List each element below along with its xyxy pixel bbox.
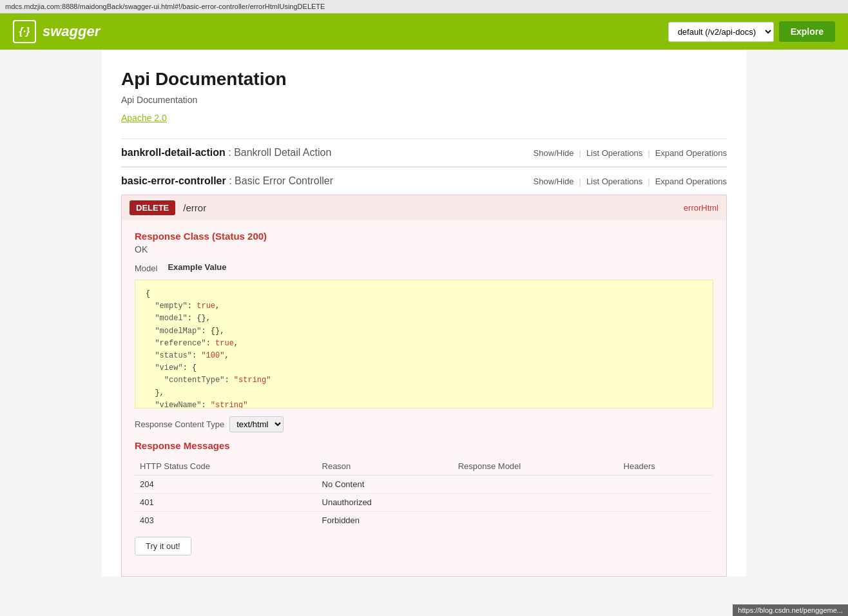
operation-header[interactable]: DELETE /error errorHtml: [122, 195, 726, 220]
url-text: mdcs.mdzjia.com:8888/maidongBack/swagger…: [5, 3, 325, 10]
basic-error-show-hide[interactable]: Show/Hide: [534, 177, 574, 186]
bankroll-expand-ops[interactable]: Expand Operations: [655, 148, 727, 158]
response-ok: OK: [135, 244, 713, 255]
license-link[interactable]: Apache 2.0: [121, 113, 727, 123]
basic-error-expand-ops[interactable]: Expand Operations: [655, 177, 727, 186]
swagger-controls: default (/v2/api-docs) Explore: [668, 21, 835, 42]
controller-bankroll: bankroll-detail-action : Bankroll Detail…: [121, 139, 727, 166]
browser-url-bar: mdcs.mdzjia.com:8888/maidongBack/swagger…: [0, 0, 848, 14]
operation-path: /error: [183, 202, 684, 213]
controller-basic-error: basic-error-controller : Basic Error Con…: [121, 167, 727, 577]
swagger-logo-text: swagger: [43, 23, 100, 40]
operation-nickname: errorHtml: [684, 203, 718, 213]
bankroll-list-ops[interactable]: List Operations: [586, 148, 642, 158]
swagger-logo-icon: {·}: [13, 20, 36, 43]
response-content-type-row: Response Content Type text/html: [135, 416, 713, 432]
api-docs-select[interactable]: default (/v2/api-docs): [668, 22, 774, 42]
table-row: 204No Content: [135, 476, 713, 494]
example-value-block: { "empty": true, "model": {}, "modelMap"…: [135, 280, 713, 409]
col-reason: Reason: [317, 457, 453, 476]
bankroll-show-hide[interactable]: Show/Hide: [534, 148, 574, 158]
response-messages-title: Response Messages: [135, 440, 713, 451]
controller-basic-error-title: basic-error-controller : Basic Error Con…: [121, 175, 333, 187]
swagger-logo: {·} swagger: [13, 20, 100, 43]
main-content: Api Documentation Api Documentation Apac…: [102, 50, 746, 577]
model-tab[interactable]: Model: [135, 262, 157, 274]
controller-basic-error-header: basic-error-controller : Basic Error Con…: [121, 167, 727, 195]
basic-error-list-ops[interactable]: List Operations: [586, 177, 642, 186]
controller-bankroll-actions: Show/Hide | List Operations | Expand Ope…: [534, 148, 727, 158]
table-row: 403Forbidden: [135, 512, 713, 530]
controller-bankroll-title: bankroll-detail-action : Bankroll Detail…: [121, 147, 331, 159]
col-headers: Headers: [619, 457, 713, 476]
col-response-model: Response Model: [453, 457, 619, 476]
response-messages-table: HTTP Status Code Reason Response Model H…: [135, 457, 713, 529]
operation-body: Response Class (Status 200) OK Model Exa…: [122, 220, 726, 576]
response-class-title: Response Class (Status 200): [135, 231, 713, 242]
method-badge: DELETE: [130, 200, 175, 215]
page-title: Api Documentation: [121, 69, 727, 90]
model-tabs: Model Example Value: [135, 262, 713, 274]
example-value-tab[interactable]: Example Value: [168, 262, 226, 274]
api-subtitle: Api Documentation: [121, 95, 727, 105]
controller-bankroll-header: bankroll-detail-action : Bankroll Detail…: [121, 139, 727, 166]
explore-button[interactable]: Explore: [779, 21, 835, 42]
col-status-code: HTTP Status Code: [135, 457, 317, 476]
delete-error-operation: DELETE /error errorHtml Response Class (…: [121, 195, 727, 577]
content-type-select[interactable]: text/html: [229, 416, 284, 432]
controller-basic-error-actions: Show/Hide | List Operations | Expand Ope…: [534, 177, 727, 186]
content-type-label: Response Content Type: [135, 419, 224, 429]
try-it-out-button[interactable]: Try it out!: [135, 537, 191, 555]
swagger-header: {·} swagger default (/v2/api-docs) Explo…: [0, 14, 848, 50]
table-row: 401Unauthorized: [135, 494, 713, 512]
